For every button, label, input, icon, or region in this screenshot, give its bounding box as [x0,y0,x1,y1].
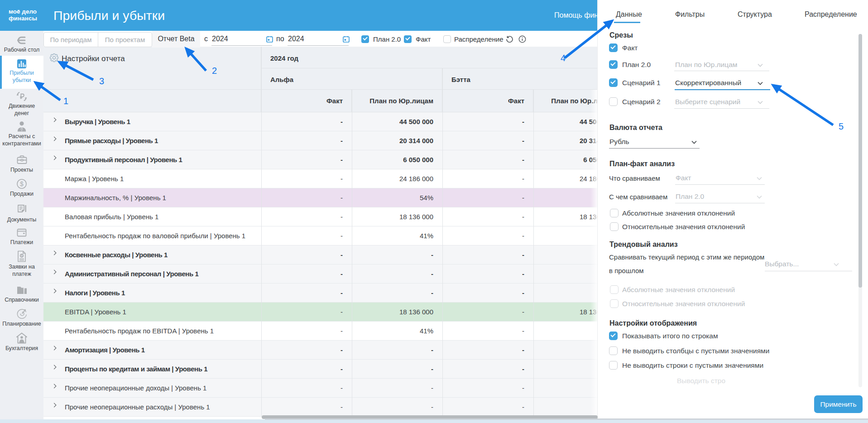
svg-text:$: $ [20,180,24,187]
svg-text:$: $ [21,254,23,258]
